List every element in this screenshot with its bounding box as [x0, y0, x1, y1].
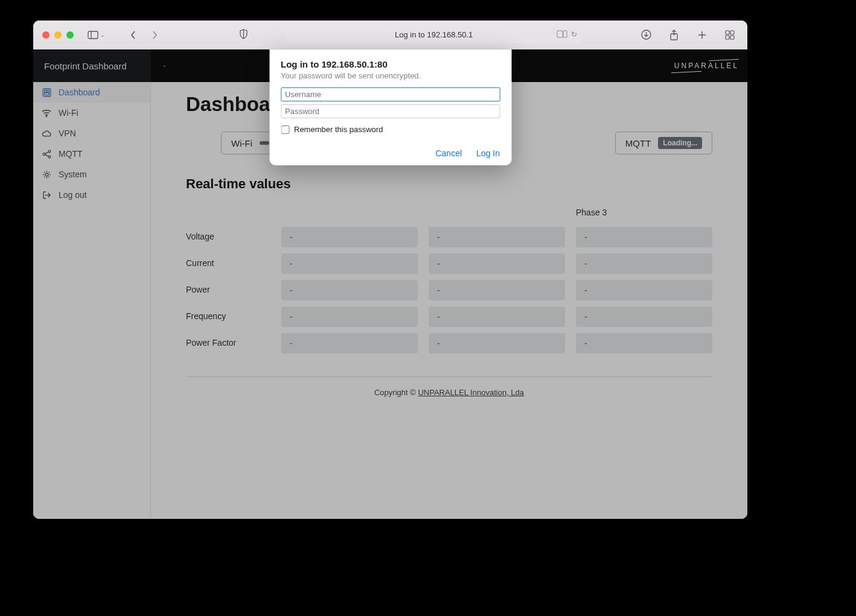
sidebar-toggle-icon[interactable]: [85, 28, 101, 42]
newtab-icon[interactable]: [694, 28, 711, 42]
password-input[interactable]: [281, 104, 500, 118]
safari-window: ⌄ Log in to 192.168.50.1 ↻: [33, 21, 747, 519]
remember-password-checkbox[interactable]: [281, 125, 289, 134]
url-text: Log in to 192.168.50.1: [395, 30, 473, 39]
browser-toolbar: ⌄ Log in to 192.168.50.1 ↻: [33, 21, 747, 49]
svg-rect-13: [726, 36, 729, 39]
share-icon[interactable]: [666, 28, 683, 42]
cancel-button[interactable]: Cancel: [435, 148, 462, 158]
username-input[interactable]: [281, 87, 500, 101]
svg-rect-14: [730, 36, 734, 39]
address-bar[interactable]: Log in to 192.168.50.1 ↻: [286, 27, 582, 43]
http-auth-dialog: Log in to 192.168.50.1:80 Your password …: [269, 49, 511, 165]
minimize-window-button[interactable]: [54, 31, 62, 39]
login-button[interactable]: Log In: [476, 148, 500, 158]
svg-rect-11: [726, 31, 729, 34]
traffic-lights: [42, 31, 74, 39]
close-window-button[interactable]: [42, 31, 50, 39]
forward-button[interactable]: [146, 28, 163, 42]
reload-icon[interactable]: ↻: [571, 30, 577, 40]
reader-icon[interactable]: [557, 30, 567, 40]
downloads-icon[interactable]: [638, 28, 655, 42]
remember-password-label: Remember this password: [294, 125, 383, 134]
fullscreen-window-button[interactable]: [66, 31, 74, 39]
svg-rect-0: [88, 31, 98, 39]
svg-rect-4: [563, 31, 567, 37]
privacy-shield-icon[interactable]: [239, 29, 248, 41]
dialog-subtitle: Your password will be sent unencrypted.: [281, 71, 500, 80]
svg-rect-12: [730, 31, 734, 34]
sidebar-menu-chevron-icon[interactable]: ⌄: [100, 32, 105, 38]
back-button[interactable]: [124, 28, 141, 42]
remember-password-row[interactable]: Remember this password: [281, 125, 500, 134]
tabs-overview-icon[interactable]: [721, 28, 738, 42]
svg-rect-3: [557, 31, 563, 37]
dialog-title: Log in to 192.168.50.1:80: [281, 59, 500, 69]
